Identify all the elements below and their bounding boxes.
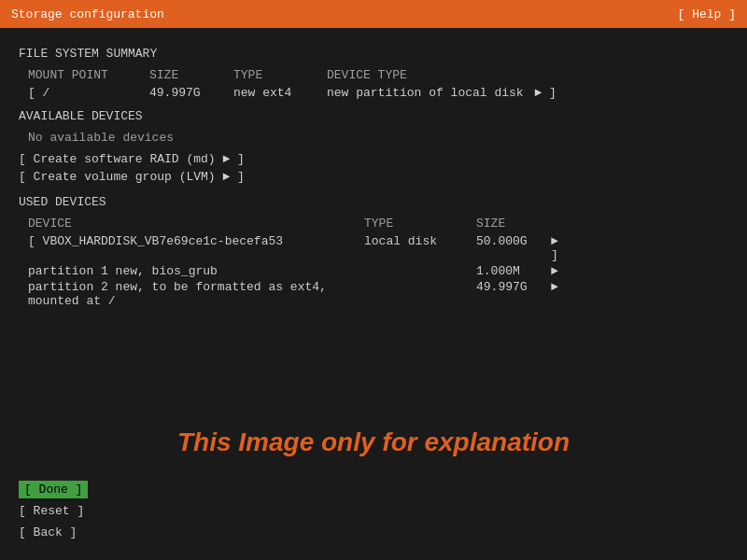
reset-button[interactable]: [ Reset ] (19, 502, 84, 520)
ud-partition1-size: 1.000M (476, 264, 551, 278)
help-button[interactable]: [ Help ] (678, 7, 736, 21)
ud-partition1-arrow: ► (551, 264, 570, 278)
ud-partition2-type (364, 280, 476, 308)
fs-data-row[interactable]: [ / 49.997G new ext4 new partition of lo… (28, 86, 728, 100)
fs-device-type: new partition of local disk ► ] (327, 86, 728, 100)
done-row: [ Done ] (19, 481, 728, 498)
app: Storage configuration [ Help ] FILE SYST… (0, 0, 747, 560)
ud-col-size-header: SIZE (476, 217, 551, 231)
used-devices-header: USED DEVICES (19, 195, 728, 209)
col-device-header: DEVICE TYPE (327, 68, 728, 82)
ud-disk-arrow: ► ] (551, 234, 570, 262)
ud-partition2-device: partition 2 new, to be formatted as ext4… (28, 280, 364, 308)
fs-summary-header: FILE SYSTEM SUMMARY (19, 47, 728, 61)
ud-disk-type: local disk (364, 234, 476, 262)
available-devices-section: AVAILABLE DEVICES No available devices [… (19, 109, 728, 184)
ud-partition2-row[interactable]: partition 2 new, to be formatted as ext4… (28, 280, 728, 308)
ud-header-row: DEVICE TYPE SIZE (28, 217, 728, 231)
ud-disk-size: 50.000G (476, 234, 551, 262)
used-devices-table: DEVICE TYPE SIZE [ VBOX_HARDDISK_VB7e69c… (28, 217, 728, 308)
ud-disk-row[interactable]: [ VBOX_HARDDISK_VB7e69ce1c-becefa53 loca… (28, 234, 728, 262)
title-text: Storage configuration (11, 7, 164, 21)
no-devices-text: No available devices (28, 131, 728, 145)
ud-partition2-size: 49.997G (476, 280, 551, 308)
back-row: [ Back ] (19, 524, 728, 541)
fs-header-row: MOUNT POINT SIZE TYPE DEVICE TYPE (28, 68, 728, 82)
reset-row: [ Reset ] (19, 502, 728, 520)
fs-type: new ext4 (233, 86, 327, 100)
ud-disk-device: [ VBOX_HARDDISK_VB7e69ce1c-becefa53 (28, 234, 364, 262)
ud-partition1-device: partition 1 new, bios_grub (28, 264, 364, 278)
bottom-area: [ Done ] [ Reset ] [ Back ] (0, 473, 747, 560)
col-type-header: TYPE (233, 68, 327, 82)
ud-col-type-header: TYPE (364, 217, 476, 231)
main-content: FILE SYSTEM SUMMARY MOUNT POINT SIZE TYP… (0, 28, 747, 473)
ud-col-device-header: DEVICE (28, 217, 364, 231)
create-lvm-button[interactable]: [ Create volume group (LVM) ► ] (19, 170, 728, 184)
ud-partition2-arrow: ► (551, 280, 570, 308)
fs-size: 49.997G (149, 86, 233, 100)
ud-partition1-type (364, 264, 476, 278)
title-bar: Storage configuration [ Help ] (0, 0, 747, 28)
done-button[interactable]: [ Done ] (19, 481, 88, 498)
fs-mount-point: [ / (28, 86, 149, 100)
available-devices-header: AVAILABLE DEVICES (19, 109, 728, 123)
create-raid-button[interactable]: [ Create software RAID (md) ► ] (19, 152, 728, 166)
col-mount-header: MOUNT POINT (28, 68, 149, 82)
back-button[interactable]: [ Back ] (19, 524, 77, 541)
col-size-header: SIZE (149, 68, 233, 82)
ud-partition1-row[interactable]: partition 1 new, bios_grub 1.000M ► (28, 264, 728, 278)
fs-table: MOUNT POINT SIZE TYPE DEVICE TYPE [ / 49… (28, 68, 728, 100)
